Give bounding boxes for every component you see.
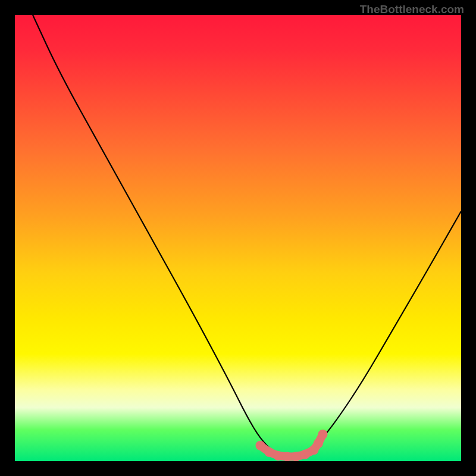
bottleneck-curve (33, 15, 461, 457)
optimal-point (265, 447, 274, 457)
chart-container: TheBottleneck.com (0, 0, 476, 476)
watermark-text: TheBottleneck.com (360, 3, 464, 16)
optimal-point (300, 450, 310, 459)
optimal-point (314, 439, 323, 448)
optimal-point (292, 452, 301, 462)
optimal-point (318, 430, 328, 439)
optimal-zone-dots (256, 430, 328, 461)
chart-svg (15, 15, 461, 461)
optimal-zone-stroke (261, 434, 323, 457)
optimal-point (309, 445, 319, 455)
optimal-point (256, 441, 265, 450)
optimal-point (274, 451, 283, 461)
optimal-point (283, 452, 292, 462)
plot-area (15, 15, 461, 461)
